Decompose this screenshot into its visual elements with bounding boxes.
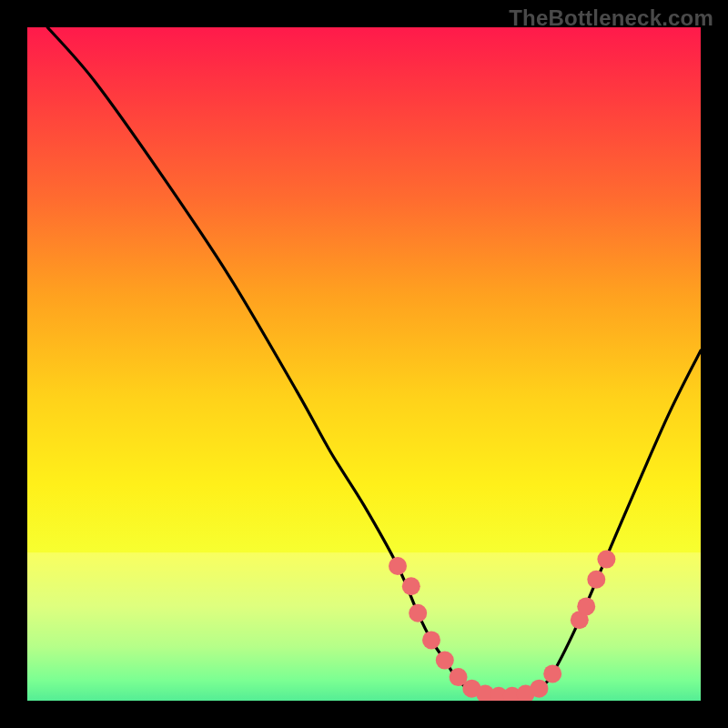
data-point — [597, 551, 615, 569]
data-point — [587, 571, 605, 589]
data-point — [436, 652, 454, 670]
data-point — [422, 631, 440, 649]
data-point — [409, 604, 427, 622]
data-point — [543, 664, 561, 682]
data-point — [577, 597, 595, 615]
data-point — [530, 680, 548, 698]
chart-svg — [27, 27, 701, 701]
chart-container: TheBottleneck.com — [0, 0, 728, 728]
data-point — [389, 557, 407, 575]
bottleneck-chart — [27, 27, 701, 701]
data-point — [402, 577, 420, 595]
watermark-text: TheBottleneck.com — [509, 5, 713, 31]
